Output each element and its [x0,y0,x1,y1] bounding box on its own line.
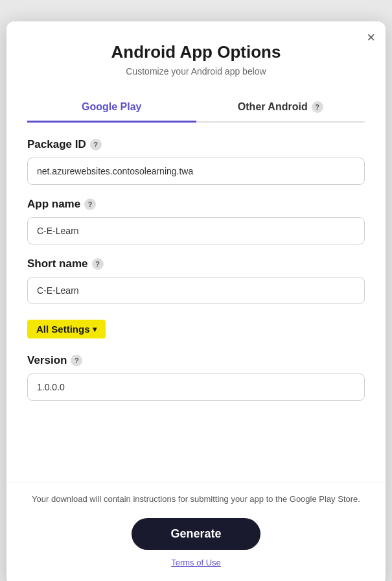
modal-header: Android App Options Customize your Andro… [6,21,386,123]
modal-footer: Your download will contain instructions … [6,482,386,582]
modal-title: Android App Options [27,42,365,62]
version-input[interactable] [27,374,365,401]
short-name-field: Short name ? [27,257,365,304]
tab-other-android[interactable]: Other Android ? [196,92,365,123]
terms-of-use-link[interactable]: Terms of Use [171,558,221,567]
package-id-field: Package ID ? [27,138,365,185]
version-field: Version ? [27,354,365,401]
tab-google-play[interactable]: Google Play [27,92,196,123]
all-settings-button[interactable]: All Settings ▾ [27,320,106,338]
app-name-help-icon[interactable]: ? [84,198,96,210]
package-id-label: Package ID ? [27,138,365,151]
generate-button[interactable]: Generate [132,518,260,550]
tabs-container: Google Play Other Android ? [27,92,365,123]
version-help-icon[interactable]: ? [71,355,82,366]
modal-body: Package ID ? App name ? Short name ? [6,123,386,482]
short-name-help-icon[interactable]: ? [92,258,104,270]
short-name-input[interactable] [27,277,365,304]
all-settings-label: All Settings [36,324,90,335]
version-label: Version ? [27,354,365,367]
app-name-label: App name ? [27,198,365,211]
android-app-options-modal: × Android App Options Customize your And… [6,21,386,581]
tab-google-play-label: Google Play [82,101,141,113]
all-settings-arrow-icon: ▾ [93,325,97,334]
app-name-field: App name ? [27,198,365,244]
package-id-input[interactable] [27,158,365,185]
tab-other-android-label: Other Android [238,101,308,113]
other-android-help-icon[interactable]: ? [312,101,323,113]
modal-subtitle: Customize your Android app below [27,66,365,77]
close-button[interactable]: × [367,30,375,45]
short-name-label: Short name ? [27,257,365,270]
app-name-input[interactable] [27,217,365,244]
package-id-help-icon[interactable]: ? [90,139,102,150]
footer-note: Your download will contain instructions … [27,493,365,506]
